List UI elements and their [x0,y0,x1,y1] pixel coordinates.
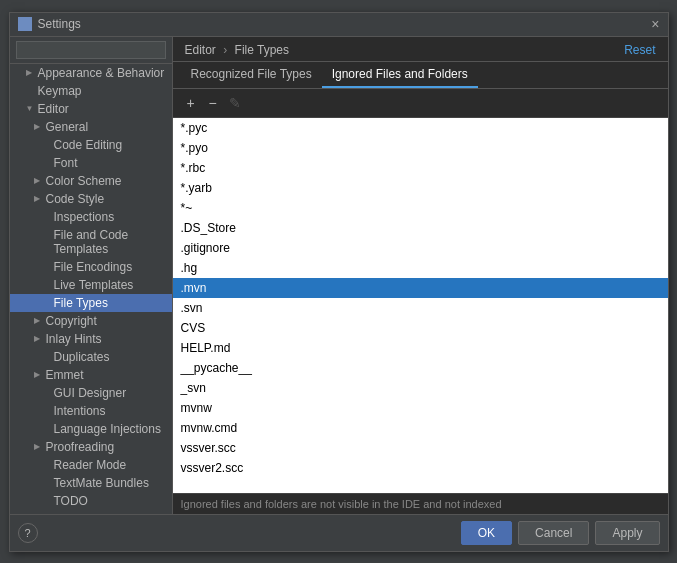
ok-button[interactable]: OK [461,521,512,545]
sidebar-item-label: Inlay Hints [46,332,166,346]
expand-arrow: ▼ [26,104,36,113]
file-item[interactable]: mvnw.cmd [173,418,668,438]
sidebar-item-editor[interactable]: ▼ Editor [10,100,172,118]
expand-arrow: ▶ [34,122,44,131]
sidebar-item-label: File Types [54,296,166,310]
sidebar-item-label: Keymap [38,84,166,98]
sidebar-item-file-encodings[interactable]: File Encodings [10,258,172,276]
file-item[interactable]: mvnw [173,398,668,418]
expand-arrow: ▶ [34,442,44,451]
file-item[interactable]: __pycache__ [173,358,668,378]
sidebar-item-intentions[interactable]: Intentions [10,402,172,420]
file-item[interactable]: .gitignore [173,238,668,258]
sidebar-item-duplicates[interactable]: Duplicates [10,348,172,366]
breadcrumb: Editor › File Types [185,43,290,57]
sidebar-item-appearance[interactable]: ▶ Appearance & Behavior [10,64,172,82]
close-button[interactable]: × [651,17,659,31]
sidebar-item-label: TODO [54,494,166,508]
sidebar-item-copyright[interactable]: ▶ Copyright [10,312,172,330]
file-item[interactable]: _svn [173,378,668,398]
settings-icon [18,17,32,31]
settings-window: Settings × ▶ Appearance & Behavior Keyma… [9,12,669,552]
sidebar-item-label: Duplicates [54,350,166,364]
sidebar-item-language-injections[interactable]: Language Injections [10,420,172,438]
sidebar-item-label: Inspections [54,210,166,224]
file-item[interactable]: *.pyc [173,118,668,138]
sidebar-item-font[interactable]: Font [10,154,172,172]
file-item[interactable]: *.rbc [173,158,668,178]
tab-label: Recognized File Types [191,67,312,81]
sidebar-item-label: Intentions [54,404,166,418]
cancel-button[interactable]: Cancel [518,521,589,545]
sidebar-item-code-editing[interactable]: Code Editing [10,136,172,154]
sidebar-item-label: Live Templates [54,278,166,292]
sidebar-item-file-code-templates[interactable]: File and Code Templates [10,226,172,258]
breadcrumb-separator: › [223,43,227,57]
file-item[interactable]: *.yarb [173,178,668,198]
main-header: Editor › File Types Reset [173,37,668,62]
file-item[interactable]: .svn [173,298,668,318]
search-input[interactable] [16,41,166,59]
sidebar-item-label: Code Editing [54,138,166,152]
sidebar-item-color-scheme[interactable]: ▶ Color Scheme [10,172,172,190]
file-list: *.pyc *.pyo *.rbc *.yarb *~ .DS_Store .g… [173,118,668,493]
file-item[interactable]: .hg [173,258,668,278]
breadcrumb-part2: File Types [235,43,289,57]
sidebar-item-label: Language Injections [54,422,166,436]
file-item[interactable]: .DS_Store [173,218,668,238]
sidebar-item-proofreading[interactable]: ▶ Proofreading [10,438,172,456]
sidebar-item-inlay-hints[interactable]: ▶ Inlay Hints [10,330,172,348]
sidebar-item-label: Font [54,156,166,170]
sidebar-item-plugins[interactable]: Plugins [10,510,172,514]
edit-button[interactable]: ✎ [225,93,245,113]
tab-ignored-files-folders[interactable]: Ignored Files and Folders [322,62,478,88]
sidebar-item-label: TextMate Bundles [54,476,166,490]
file-item[interactable]: CVS [173,318,668,338]
sidebar-item-label: File and Code Templates [54,228,166,256]
file-item[interactable]: HELP.md [173,338,668,358]
footer-note: Ignored files and folders are not visibl… [173,493,668,514]
sidebar-item-emmet[interactable]: ▶ Emmet [10,366,172,384]
file-item-selected[interactable]: .mvn [173,278,668,298]
window-title: Settings [38,17,81,31]
sidebar-item-label: General [46,120,166,134]
sidebar-item-keymap[interactable]: Keymap [10,82,172,100]
expand-arrow: ▶ [34,194,44,203]
expand-arrow: ▶ [26,68,36,77]
sidebar-item-inspections[interactable]: Inspections [10,208,172,226]
tab-label: Ignored Files and Folders [332,67,468,81]
title-bar-left: Settings [18,17,81,31]
sidebar-item-label: File Encodings [54,260,166,274]
main-content: ▶ Appearance & Behavior Keymap ▼ Editor … [10,37,668,514]
file-item[interactable]: vssver.scc [173,438,668,458]
file-item[interactable]: *~ [173,198,668,218]
sidebar-item-file-types[interactable]: File Types [10,294,172,312]
add-button[interactable]: + [181,93,201,113]
help-button[interactable]: ? [18,523,38,543]
sidebar-item-label: Editor [38,102,166,116]
sidebar-item-label: Color Scheme [46,174,166,188]
file-item[interactable]: *.pyo [173,138,668,158]
sidebar-item-reader-mode[interactable]: Reader Mode [10,456,172,474]
sidebar: ▶ Appearance & Behavior Keymap ▼ Editor … [10,37,173,514]
sidebar-item-label: Code Style [46,192,166,206]
file-item[interactable]: vssver2.scc [173,458,668,478]
title-bar: Settings × [10,13,668,37]
sidebar-item-general[interactable]: ▶ General [10,118,172,136]
apply-button[interactable]: Apply [595,521,659,545]
bottom-bar: ? OK Cancel Apply [10,514,668,551]
sidebar-item-label: Proofreading [46,440,166,454]
reset-button[interactable]: Reset [624,43,655,57]
sidebar-item-textmate-bundles[interactable]: TextMate Bundles [10,474,172,492]
sidebar-item-todo[interactable]: TODO [10,492,172,510]
toolbar: + − ✎ [173,89,668,118]
sidebar-item-gui-designer[interactable]: GUI Designer [10,384,172,402]
remove-button[interactable]: − [203,93,223,113]
main-panel: Editor › File Types Reset Recognized Fil… [173,37,668,514]
sidebar-item-label: GUI Designer [54,386,166,400]
expand-arrow: ▶ [34,370,44,379]
tab-recognized-file-types[interactable]: Recognized File Types [181,62,322,88]
sidebar-item-label: Reader Mode [54,458,166,472]
sidebar-item-live-templates[interactable]: Live Templates [10,276,172,294]
sidebar-item-code-style[interactable]: ▶ Code Style [10,190,172,208]
